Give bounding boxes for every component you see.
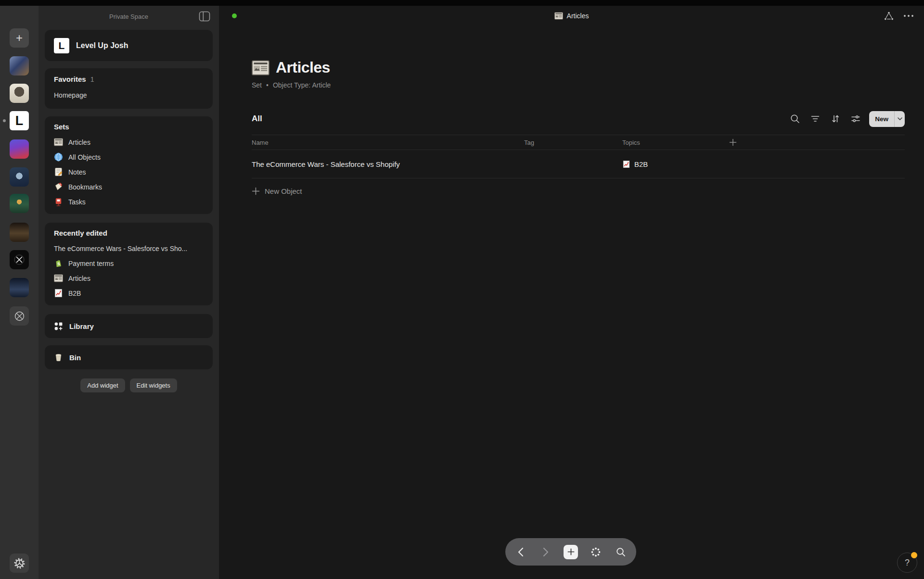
new-object-row[interactable]: New Object	[252, 178, 905, 203]
recent-item-label: Payment terms	[68, 260, 114, 267]
set-item-label: Tasks	[68, 198, 86, 206]
memo-icon	[54, 167, 63, 176]
sidebar-item-homepage[interactable]: Homepage	[54, 88, 204, 102]
sidebar-item-ecommerce-wars[interactable]: The eCommerce Wars - Salesforce vs Sho..…	[54, 241, 204, 256]
view-settings-button[interactable]	[850, 113, 861, 125]
search-icon	[790, 113, 800, 124]
sidebar-item-tasks[interactable]: Tasks	[54, 194, 204, 209]
chevron-down-icon[interactable]	[895, 111, 905, 127]
newspaper-icon	[54, 274, 63, 283]
sort-icon	[830, 113, 841, 124]
row-name-cell[interactable]: The eCommerce Wars - Salesforce vs Shopi…	[252, 160, 524, 168]
new-object-split-button[interactable]: New	[869, 111, 905, 127]
space-icon-first-descendant[interactable]	[10, 278, 29, 297]
view-controls-row: All New	[252, 110, 905, 127]
favorites-title: Favorites	[54, 75, 86, 83]
recently-edited-widget: Recently edited The eCommerce Wars - Sal…	[45, 223, 213, 305]
set-table: Name Tag Topics The eCommerce Wars - Sal…	[252, 135, 905, 203]
space-rail: + L	[0, 0, 38, 579]
create-object-button[interactable]	[564, 545, 578, 559]
space-icon-teamfight-tactics[interactable]	[10, 194, 29, 213]
forward-button[interactable]	[539, 545, 553, 559]
library-icon	[54, 322, 63, 331]
recent-item-label: The eCommerce Wars - Salesforce vs Sho..…	[54, 245, 187, 252]
more-menu-button[interactable]	[903, 10, 914, 22]
app-window: + L Private Space L Level Up Josh	[0, 0, 924, 579]
navigation-dock	[505, 538, 636, 566]
add-column-button[interactable]	[727, 137, 739, 148]
space-card[interactable]: L Level Up Josh	[45, 30, 213, 61]
sidebar-item-notes[interactable]: Notes	[54, 164, 204, 179]
sidebar-toggle-button[interactable]	[198, 11, 211, 22]
page-subtitle: Set • Object Type: Article	[252, 81, 905, 89]
add-space-button[interactable]: +	[10, 28, 29, 48]
widget-buttons-row: Add widget Edit widgets	[38, 378, 219, 392]
shopify-bag-icon: S	[54, 259, 63, 268]
set-content: Articles Set • Object Type: Article All	[252, 26, 905, 203]
plus-icon	[252, 187, 260, 195]
space-icon-level-up-josh[interactable]: L	[10, 111, 29, 130]
table-row[interactable]: The eCommerce Wars - Salesforce vs Shopi…	[252, 150, 905, 178]
edit-widgets-button[interactable]: Edit widgets	[130, 378, 177, 392]
settings-button[interactable]	[10, 554, 29, 573]
space-logo: L	[54, 38, 69, 53]
sidebar-item-articles[interactable]: Articles	[54, 135, 204, 150]
space-icon-angel-art[interactable]	[10, 56, 29, 76]
tab-all-view[interactable]: All	[252, 114, 262, 124]
sort-button[interactable]	[830, 113, 841, 125]
postbox-icon	[54, 197, 63, 206]
space-icon-library-interior[interactable]	[10, 223, 29, 242]
bin-icon	[54, 353, 63, 362]
search-button[interactable]	[789, 113, 800, 125]
space-icon-code-languages[interactable]	[10, 139, 29, 159]
active-space-dot	[3, 119, 6, 122]
set-item-label: Notes	[68, 168, 86, 176]
help-label: ?	[905, 558, 910, 568]
column-header-topics[interactable]: Topics	[622, 139, 727, 146]
sidebar-item-payment-terms[interactable]: S Payment terms	[54, 256, 204, 271]
topbar-title-text: Articles	[567, 12, 589, 20]
view-toolbar: New	[789, 111, 905, 127]
chart-increasing-icon	[622, 160, 630, 168]
bookmark-icon	[54, 182, 63, 191]
space-icon-portrait-avatar[interactable]	[10, 84, 29, 103]
space-icon-crossed-daggers[interactable]	[10, 250, 29, 269]
favorites-item-label: Homepage	[54, 91, 87, 99]
row-topics-cell[interactable]: B2B	[622, 160, 727, 168]
object-kind-label[interactable]: Set	[252, 81, 262, 89]
space-icon-ecommerce[interactable]	[10, 167, 29, 187]
help-button[interactable]: ?	[897, 553, 917, 573]
favorites-widget: Favorites 1 Homepage	[45, 68, 213, 109]
graph-icon	[884, 11, 894, 21]
topbar-actions	[883, 6, 914, 26]
sidebar-item-b2b[interactable]: B2B	[54, 286, 204, 301]
newspaper-icon[interactable]	[252, 60, 270, 76]
sidebar-item-bookmarks[interactable]: Bookmarks	[54, 179, 204, 194]
filter-button[interactable]	[809, 113, 821, 125]
back-button[interactable]	[513, 545, 528, 559]
column-header-tag[interactable]: Tag	[524, 139, 622, 146]
sidebar-item-articles-recent[interactable]: Articles	[54, 271, 204, 286]
recently-edited-header[interactable]: Recently edited	[54, 229, 204, 237]
new-object-label: New Object	[265, 187, 302, 195]
dock-search-button[interactable]	[614, 545, 628, 559]
graph-dots-button[interactable]	[589, 545, 603, 559]
add-widget-button[interactable]: Add widget	[80, 378, 125, 392]
space-icon-sphere[interactable]	[10, 306, 29, 326]
crossed-daggers-icon	[13, 254, 25, 265]
sidebar-item-library[interactable]: Library	[45, 314, 213, 338]
sets-widget: Sets Articles All Objects Notes	[45, 116, 213, 214]
sets-header[interactable]: Sets	[54, 123, 204, 131]
new-button-label[interactable]: New	[869, 111, 895, 127]
bin-label: Bin	[69, 353, 81, 362]
page-title[interactable]: Articles	[276, 59, 330, 76]
space-type-label: Private Space	[109, 13, 148, 20]
favorites-header[interactable]: Favorites 1	[54, 75, 204, 83]
sidebar-item-bin[interactable]: Bin	[45, 345, 213, 369]
topbar-title: Articles	[219, 6, 924, 26]
object-type-label[interactable]: Object Type: Article	[273, 81, 331, 89]
graph-view-button[interactable]	[883, 10, 895, 22]
column-header-name[interactable]: Name	[252, 139, 524, 146]
recent-item-label: Articles	[68, 275, 90, 282]
sidebar-item-all-objects[interactable]: All Objects	[54, 150, 204, 164]
